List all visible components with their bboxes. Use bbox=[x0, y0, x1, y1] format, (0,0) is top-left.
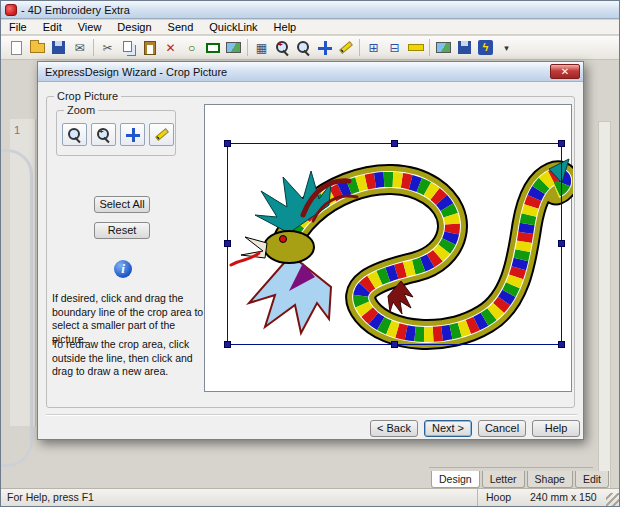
cut-button[interactable]: ✂ bbox=[97, 38, 118, 58]
copy-icon bbox=[123, 41, 132, 52]
module-1-button[interactable] bbox=[433, 38, 454, 58]
save-button[interactable] bbox=[48, 38, 69, 58]
hoop-label: Hoop bbox=[486, 491, 511, 503]
module-2-button[interactable] bbox=[454, 38, 475, 58]
paste-button[interactable] bbox=[139, 38, 160, 58]
crop-handle-top-left[interactable] bbox=[224, 140, 231, 147]
select-all-button[interactable]: Select All bbox=[94, 196, 150, 213]
app-window: - 4D Embroidery Extra File Edit View Des… bbox=[0, 0, 620, 507]
zoom-to-fit-icon bbox=[318, 41, 332, 55]
zoom-draw-button-dialog[interactable] bbox=[149, 123, 174, 146]
zoom-to-fit-icon bbox=[126, 128, 140, 142]
toolbar-separator bbox=[429, 39, 430, 56]
grid-icon: ▦ bbox=[256, 41, 267, 55]
reset-button[interactable]: Reset bbox=[94, 222, 150, 239]
send-email-button[interactable]: ✉ bbox=[69, 38, 90, 58]
chevron-down-icon: ▾ bbox=[504, 43, 509, 53]
copy-button[interactable] bbox=[118, 38, 139, 58]
tab-design[interactable]: Design bbox=[431, 471, 480, 488]
close-button[interactable]: ✕ bbox=[550, 64, 580, 79]
cancel-button[interactable]: Cancel bbox=[478, 420, 526, 437]
zoom-out-button-dialog[interactable] bbox=[62, 123, 87, 146]
toolbar-separator bbox=[93, 39, 94, 56]
toolbar-overflow-button[interactable]: ▾ bbox=[496, 38, 517, 58]
rectangle-tool-button[interactable] bbox=[202, 38, 223, 58]
open-button[interactable] bbox=[27, 38, 48, 58]
crop-handle-bottom-center[interactable] bbox=[391, 341, 398, 348]
pencil-icon bbox=[155, 128, 169, 141]
status-help-text: For Help, press F1 bbox=[7, 491, 94, 503]
new-document-button[interactable] bbox=[6, 38, 27, 58]
tab-edit[interactable]: Edit bbox=[575, 471, 609, 488]
pencil-icon bbox=[339, 41, 353, 54]
control-panel-tabs: Design Letter Shape Edit bbox=[429, 467, 593, 489]
lightning-icon: ϟ bbox=[478, 40, 493, 55]
resize-grip-icon[interactable] bbox=[606, 493, 619, 506]
zoom-in-icon: + bbox=[275, 40, 290, 55]
draw-button[interactable] bbox=[335, 38, 356, 58]
next-button[interactable]: Next > bbox=[424, 420, 472, 437]
zoom-group-label: Zoom bbox=[64, 104, 98, 116]
zoom-group: Zoom + bbox=[56, 110, 176, 156]
info-icon: i bbox=[114, 260, 132, 278]
vertical-scrollbar[interactable] bbox=[598, 121, 611, 505]
measure-button[interactable] bbox=[405, 38, 426, 58]
dialog-titlebar[interactable]: ExpressDesign Wizard - Crop Picture ✕ bbox=[38, 62, 583, 82]
status-hoop-section: Hoop 240 mm x 150 mm bbox=[477, 489, 605, 506]
menu-edit[interactable]: Edit bbox=[35, 20, 70, 35]
menu-send[interactable]: Send bbox=[160, 20, 202, 35]
delete-icon: ✕ bbox=[165, 41, 175, 55]
module-2-icon bbox=[458, 41, 471, 54]
quicklink-button[interactable]: ϟ bbox=[475, 38, 496, 58]
close-icon: ✕ bbox=[561, 66, 569, 77]
window-title: - 4D Embroidery Extra bbox=[21, 4, 130, 16]
crop-handle-bottom-right[interactable] bbox=[558, 341, 565, 348]
expressdesign-wizard-dialog: ExpressDesign Wizard - Crop Picture ✕ Cr… bbox=[37, 61, 584, 440]
picture-preview[interactable] bbox=[204, 104, 572, 392]
window-cascade-icon: ⊞ bbox=[368, 41, 378, 55]
split-window-button[interactable]: ⊟ bbox=[384, 38, 405, 58]
zoom-to-fit-button-dialog[interactable] bbox=[120, 123, 145, 146]
zoom-buttons: + bbox=[62, 123, 174, 146]
grid-button[interactable]: ▦ bbox=[251, 38, 272, 58]
toolbar-separator bbox=[247, 39, 248, 56]
crop-handle-bottom-left[interactable] bbox=[224, 341, 231, 348]
crop-handle-top-right[interactable] bbox=[558, 140, 565, 147]
menu-quicklink[interactable]: QuickLink bbox=[201, 20, 265, 35]
menu-design[interactable]: Design bbox=[109, 20, 159, 35]
crop-handle-middle-right[interactable] bbox=[558, 240, 565, 247]
toolbar: ✉ ✂ ✕ ○ ▦ + ⊞ ⊟ ϟ ▾ bbox=[1, 36, 619, 60]
zoom-in-button[interactable]: + bbox=[272, 38, 293, 58]
module-1-icon bbox=[436, 42, 451, 53]
page-indicator: 1 bbox=[14, 124, 20, 136]
crop-area[interactable] bbox=[227, 143, 562, 345]
zoom-out-button[interactable] bbox=[293, 38, 314, 58]
toolbar-separator bbox=[359, 39, 360, 56]
crop-handle-middle-left[interactable] bbox=[224, 240, 231, 247]
tab-shape[interactable]: Shape bbox=[527, 471, 573, 488]
ellipse-tool-button[interactable]: ○ bbox=[181, 38, 202, 58]
menu-view[interactable]: View bbox=[70, 20, 110, 35]
tab-letter[interactable]: Letter bbox=[482, 471, 525, 488]
back-button[interactable]: < Back bbox=[370, 420, 418, 437]
help-button[interactable]: Help bbox=[532, 420, 580, 437]
plus-badge: + bbox=[278, 40, 283, 49]
delete-button[interactable]: ✕ bbox=[160, 38, 181, 58]
zoom-in-icon: + bbox=[96, 127, 111, 142]
insert-picture-button[interactable] bbox=[223, 38, 244, 58]
ellipse-icon: ○ bbox=[188, 41, 195, 55]
menu-help[interactable]: Help bbox=[266, 20, 305, 35]
dialog-separator bbox=[46, 414, 577, 416]
rectangle-icon bbox=[206, 43, 220, 53]
zoom-to-fit-button[interactable] bbox=[314, 38, 335, 58]
hoop-outline bbox=[0, 149, 33, 467]
crop-handle-top-center[interactable] bbox=[391, 140, 398, 147]
save-icon bbox=[52, 41, 65, 54]
zoom-out-icon bbox=[67, 127, 82, 142]
menu-file[interactable]: File bbox=[1, 20, 35, 35]
info-text-2: To redraw the crop area, click outside t… bbox=[52, 338, 204, 379]
zoom-in-button-dialog[interactable]: + bbox=[91, 123, 116, 146]
new-document-icon bbox=[11, 41, 22, 55]
menubar: File Edit View Design Send QuickLink Hel… bbox=[1, 20, 619, 35]
design-window-button[interactable]: ⊞ bbox=[363, 38, 384, 58]
